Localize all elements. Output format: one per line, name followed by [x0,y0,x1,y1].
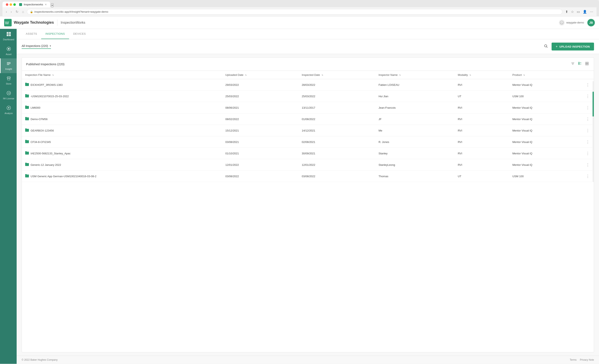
tenant-name: waygate-demo [566,21,584,24]
upload-inspection-button[interactable]: + UPLOAD INSPECTION [552,42,594,51]
cell-inspected-2: 13/11/2017 [299,102,375,113]
svg-text:iW: iW [8,92,10,94]
filename-4: GEARBOX-123456 [31,129,54,132]
store-icon [7,76,11,82]
svg-rect-10 [7,63,11,64]
cell-modality-2: RVI [454,102,509,113]
tab-devices[interactable]: DEVICES [69,29,90,39]
svg-rect-4 [9,32,11,34]
search-button[interactable] [543,43,549,50]
col-header-filename[interactable]: Inspection File Name ⇅ [22,71,222,79]
active-tab[interactable]: Inspectionworks ✕ [2,2,50,7]
table-container: Published Inspections (220) [22,57,594,352]
new-tab-button[interactable]: + [51,3,53,7]
forward-button[interactable]: › [10,9,12,15]
cell-filename-3: Demo-CFM56 [22,113,222,125]
app-logo: W Waygate Technologies [4,19,54,26]
cell-inspector-8: Thomas [375,170,454,182]
table-row: USM Generic App German-USM10021040016-03… [22,170,594,182]
browser-actions: ⬆ ☆ ▭ 👤 ⋯ [564,9,594,15]
row-actions-button-6[interactable]: ⋮ [585,150,590,156]
scrollbar-thumb[interactable] [592,92,594,117]
table-row: Demo-CFM56 08/02/2022 01/08/2022 JF RVI … [22,113,594,125]
cell-uploaded-6: 01/10/2021 [222,148,299,159]
minimize-traffic-light[interactable] [9,3,12,6]
row-actions-button-2[interactable]: ⋮ [585,104,590,111]
store-label: Store [6,83,11,85]
row-actions-button-0[interactable]: ⋮ [585,82,590,88]
grid-view-button[interactable] [584,61,590,67]
sidebar-item-analyze[interactable]: Analyze [0,103,17,117]
sidebar-item-store[interactable]: Store [0,73,17,88]
table-row: -USM10021070015-25-03-2022 25/03/2022 25… [22,91,594,102]
table-wrapper: Inspection File Name ⇅ Uploaded Date ⇅ I… [22,71,594,182]
filter-dropdown[interactable]: All Inspections (220) ▾ [22,44,51,49]
tab-assets[interactable]: ASSETS [22,29,41,39]
sidebar-item-dashboard[interactable]: Dashboard [0,29,17,44]
col-header-uploaded[interactable]: Uploaded Date ⇅ [222,71,299,79]
insight-label: Insight [5,68,12,70]
cell-inspector-1: Hui Jian [375,91,454,102]
row-actions-button-5[interactable]: ⋮ [585,139,590,145]
col-header-inspected[interactable]: Inspected Date ⇅ [299,71,375,79]
cell-filename-4: GEARBOX-123456 [22,125,222,136]
bookmark-button[interactable]: ☆ [570,9,575,15]
reload-button[interactable]: ↻ [15,9,19,15]
scrollbar-track[interactable] [592,81,594,182]
cell-filename-8: USM Generic App German-USM10021040016-03… [22,170,222,182]
cell-inspected-3: 01/08/2022 [299,113,375,125]
privacy-note-link[interactable]: Privacy Note [580,358,594,361]
cell-modality-8: UT [454,170,509,182]
row-actions-button-4[interactable]: ⋮ [585,127,590,134]
filter-control-button[interactable] [570,61,575,67]
col-header-product[interactable]: Product ⇅ [509,71,582,79]
row-actions-button-1[interactable]: ⋮ [585,93,590,99]
sidebar-toggle-button[interactable]: ▭ [576,9,581,15]
chevron-down-icon: ▾ [50,44,51,47]
terms-link[interactable]: Terms [570,358,577,361]
cell-inspector-4: Me [375,125,454,136]
table-row: LM6000 08/06/2021 13/11/2017 Jean-Franco… [22,102,594,113]
row-actions-button-3[interactable]: ⋮ [585,116,590,122]
sidebar-item-asset[interactable]: Asset [0,44,17,58]
list-view-button[interactable] [577,61,582,67]
svg-rect-26 [585,62,587,63]
table-row: IAE2500-5682133_Stanley_Apac 01/10/2021 … [22,148,594,159]
user-avatar[interactable]: JB [587,19,595,26]
cell-inspector-6: Stanley [375,148,454,159]
menu-button[interactable]: ⋯ [589,9,594,15]
home-button[interactable]: ⌂ [21,9,25,15]
sidebar-item-iw-license[interactable]: iW IW License [0,88,17,103]
cell-actions-4: ⋮ [582,125,594,136]
tab-close-button[interactable]: ✕ [45,3,47,6]
row-actions-button-7[interactable]: ⋮ [585,162,590,168]
close-traffic-light[interactable] [6,3,8,6]
table-row: GEARBOX-123456 15/12/2021 14/12/2021 Me … [22,125,594,136]
cell-inspected-6: 30/09/2021 [299,148,375,159]
share-button[interactable]: ⬆ [564,9,569,15]
cell-uploaded-3: 08/02/2022 [222,113,299,125]
folder-icon-1 [25,94,29,98]
sort-icon-filename: ⇅ [52,74,54,76]
svg-rect-22 [578,62,580,63]
filename-0: EICKHOFF_3ROWS-1383 [31,83,63,86]
profile-button[interactable]: 👤 [582,9,588,15]
tab-title: Inspectionworks [24,3,43,6]
col-header-modality[interactable]: Modality ⇅ [454,71,509,79]
col-header-inspector[interactable]: Inspector Name ⇅ [375,71,454,79]
filename-6: IAE2500-5682133_Stanley_Apac [31,152,70,155]
cell-modality-5: RVI [454,136,509,148]
cell-product-8: USM 100 [509,170,582,182]
cell-modality-3: RVI [454,113,509,125]
cell-actions-7: ⋮ [582,159,594,170]
back-button[interactable]: ‹ [5,9,8,15]
maximize-traffic-light[interactable] [13,3,16,6]
tab-inspections[interactable]: INSPECTIONS [41,29,69,39]
sidebar-item-insight[interactable]: Insight [0,58,17,73]
row-actions-button-8[interactable]: ⋮ [585,173,590,179]
cell-product-0: Mentor Visual iQ [509,79,582,91]
cell-filename-5: CF34-8-CFI2345 [22,136,222,148]
cell-uploaded-0: 29/03/2022 [222,79,299,91]
folder-icon-4 [25,128,29,133]
address-bar[interactable]: 🔒 inspectionworks.com/dic-app/#/insight?… [27,9,562,15]
